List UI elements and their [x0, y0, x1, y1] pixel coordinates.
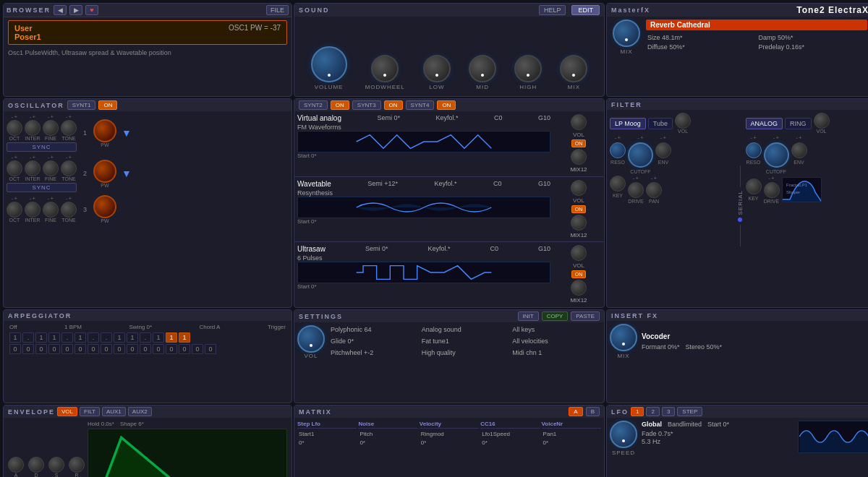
- filter-env2-knob[interactable]: [791, 142, 807, 158]
- arp-cell-1-7[interactable]: .: [88, 332, 99, 343]
- low-knob[interactable]: [423, 55, 451, 82]
- arp-cell-1-8[interactable]: .: [101, 332, 112, 343]
- lfo-tab-3[interactable]: 3: [662, 407, 675, 416]
- synt1-vol-knob[interactable]: [571, 114, 587, 130]
- insertfx-mix-knob[interactable]: [610, 324, 637, 351]
- synt2-vol-knob[interactable]: [571, 180, 587, 196]
- synt2-btn[interactable]: SYNT2: [299, 100, 328, 110]
- synt2-vol-on-btn[interactable]: ON: [571, 205, 587, 213]
- arp-cell-1-2[interactable]: .: [22, 332, 34, 343]
- synt4-btn[interactable]: SYNT4: [406, 100, 435, 110]
- settings-vol-knob[interactable]: [297, 325, 325, 353]
- filter-reso2-knob[interactable]: [746, 142, 762, 158]
- env-s-knob[interactable]: [48, 457, 64, 473]
- osc1-sync-btn[interactable]: SYNC: [7, 142, 77, 152]
- mid-knob[interactable]: [469, 55, 496, 82]
- synt3-btn[interactable]: SYNT3: [352, 100, 381, 110]
- edit-btn[interactable]: EDIT: [571, 5, 600, 15]
- osc1-fine-knob[interactable]: [43, 120, 59, 136]
- arp-cell-2-5[interactable]: 0: [61, 344, 73, 354]
- arp-cell-2-16[interactable]: 0: [205, 344, 216, 354]
- filter-env-knob[interactable]: [655, 142, 671, 158]
- help-btn[interactable]: HELP: [539, 5, 566, 15]
- synt3-vol-knob[interactable]: [571, 245, 587, 261]
- settings-paste-btn[interactable]: PASTE: [571, 311, 600, 321]
- arp-cell-1-5[interactable]: .: [61, 332, 73, 343]
- env-r-knob[interactable]: [69, 457, 85, 473]
- arp-cell-1-3[interactable]: 1: [35, 332, 47, 343]
- filter-type-lp-btn[interactable]: LP Moog: [610, 118, 646, 129]
- filter-key2-knob[interactable]: [746, 179, 762, 194]
- synt3-on-btn[interactable]: ON: [384, 100, 403, 110]
- synt3-vol-on-btn[interactable]: ON: [571, 270, 587, 278]
- osc1-oct-knob[interactable]: [7, 120, 22, 136]
- lfo-tab-1[interactable]: 1: [631, 407, 644, 416]
- arp-cell-1-14[interactable]: 1: [179, 332, 190, 343]
- osc3-inter-knob[interactable]: [25, 202, 41, 218]
- arp-cell-2-8[interactable]: 0: [101, 344, 112, 354]
- arp-cell-2-14[interactable]: 0: [179, 344, 190, 354]
- mix-knob[interactable]: [560, 55, 587, 82]
- osc2-fine-knob[interactable]: [43, 160, 59, 176]
- volume-knob[interactable]: [311, 46, 347, 82]
- browser-favorite-btn[interactable]: ♥: [85, 5, 98, 15]
- arp-cell-2-7[interactable]: 0: [88, 344, 99, 354]
- arp-cell-2-3[interactable]: 0: [35, 344, 47, 354]
- browser-next-btn[interactable]: ▶: [69, 5, 82, 15]
- filter-type-analog-btn[interactable]: ANALOG: [746, 118, 783, 129]
- env-tab-aux2[interactable]: AUX2: [128, 407, 152, 416]
- arp-cell-2-15[interactable]: 0: [192, 344, 203, 354]
- osc3-fine-knob[interactable]: [43, 202, 59, 218]
- filter-drive-knob[interactable]: [628, 182, 644, 198]
- arp-cell-2-2[interactable]: 0: [22, 344, 34, 354]
- arp-cell-1-13[interactable]: 1: [166, 332, 177, 343]
- masterfx-mix-knob[interactable]: [613, 20, 640, 47]
- osc2-oct-knob[interactable]: [7, 160, 22, 176]
- filter-cutoff-knob[interactable]: [628, 142, 653, 168]
- arp-cell-2-11[interactable]: 0: [140, 344, 151, 354]
- arp-cell-2-1[interactable]: 0: [9, 344, 21, 354]
- synt4-on-btn[interactable]: ON: [437, 100, 456, 110]
- browser-prev-btn[interactable]: ◀: [54, 5, 67, 15]
- arp-cell-2-10[interactable]: 0: [127, 344, 138, 354]
- osc2-sync-btn[interactable]: SYNC: [7, 183, 77, 192]
- arp-cell-1-6[interactable]: 1: [75, 332, 86, 343]
- synt1-vol-on-btn[interactable]: ON: [571, 139, 587, 147]
- env-tab-aux1[interactable]: AUX1: [102, 407, 126, 416]
- modwheel-knob[interactable]: [371, 55, 399, 82]
- arp-cell-2-6[interactable]: 0: [75, 344, 86, 354]
- osc1-tone-knob[interactable]: [61, 120, 77, 136]
- synt1-mix12-knob[interactable]: [571, 149, 587, 165]
- lfo-tab-step[interactable]: STEP: [677, 407, 702, 416]
- osc2-tone-knob[interactable]: [61, 160, 77, 176]
- osc2-inter-knob[interactable]: [25, 160, 41, 176]
- arp-cell-1-10[interactable]: 1: [127, 332, 138, 343]
- osc2-pw-knob[interactable]: [93, 160, 116, 183]
- arp-cell-1-9[interactable]: 1: [114, 332, 125, 343]
- filter-vol-knob[interactable]: [675, 113, 691, 129]
- osc-on-btn[interactable]: ON: [98, 100, 117, 110]
- browser-file-btn[interactable]: FILE: [266, 5, 289, 15]
- osc3-oct-knob[interactable]: [7, 202, 22, 218]
- arp-cell-1-4[interactable]: 1: [48, 332, 60, 343]
- osc3-tone-knob[interactable]: [61, 202, 77, 218]
- filter-type-ring-btn[interactable]: RING: [785, 118, 812, 129]
- synt2-mix12-knob[interactable]: [571, 215, 587, 231]
- filter-cutoff2-knob[interactable]: [764, 142, 789, 168]
- env-d-knob[interactable]: [28, 457, 44, 473]
- synt2-on-btn[interactable]: ON: [331, 100, 349, 110]
- filter-vol2-knob[interactable]: [814, 113, 830, 129]
- arp-cell-1-1[interactable]: 1: [9, 332, 21, 343]
- osc1-inter-knob[interactable]: [25, 120, 41, 136]
- matrix-tab-a[interactable]: A: [569, 407, 582, 416]
- synt3-mix12-knob[interactable]: [571, 280, 587, 296]
- osc3-pw-knob[interactable]: [93, 195, 116, 218]
- settings-copy-btn[interactable]: COPY: [542, 311, 569, 321]
- high-knob[interactable]: [514, 55, 542, 82]
- synt1-btn[interactable]: SYNT1: [67, 100, 96, 110]
- arp-cell-2-9[interactable]: 0: [114, 344, 125, 354]
- arp-cell-1-11[interactable]: .: [140, 332, 151, 343]
- matrix-tab-b[interactable]: B: [586, 407, 600, 416]
- arp-cell-1-12[interactable]: 1: [153, 332, 164, 343]
- env-tab-filt[interactable]: FILT: [80, 407, 100, 416]
